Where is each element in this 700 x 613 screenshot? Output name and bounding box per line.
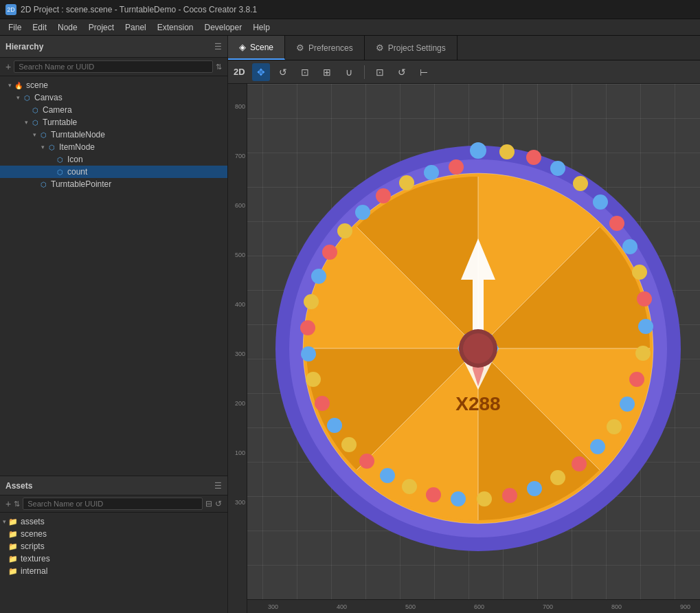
ball-l-5	[304, 294, 319, 309]
wheel-svg: X288	[272, 142, 684, 555]
canvas-area[interactable]: 800 700 600 500 400 300 200 100 300 300 …	[228, 84, 700, 613]
assets-toolbar: + ⇅ ⊟ ↺	[0, 495, 227, 513]
app-icon: 2D	[5, 4, 16, 15]
tree-item-turntablenode[interactable]: ▾ ⬡ TurntableNode	[0, 129, 227, 141]
asset-item-internal[interactable]: ▾ 📁 internal	[0, 565, 227, 577]
asset-item-scenes[interactable]: ▾ 📁 scenes	[0, 528, 227, 540]
ruler-bottom-900: 900	[680, 603, 690, 610]
ruler-mark-200: 200	[235, 400, 245, 407]
hierarchy-panel: Hierarchy ☰ + ⇅ ▾ 🔥 scene ▾ ⬡ Can	[0, 36, 227, 476]
tree-item-turntable[interactable]: ▾ ⬡ Turntable	[0, 116, 227, 129]
hierarchy-menu-icon[interactable]: ☰	[214, 42, 222, 52]
tree-item-canvas[interactable]: ▾ ⬡ Canvas	[0, 91, 227, 104]
hierarchy-header: Hierarchy ☰	[0, 36, 227, 58]
hierarchy-add-icon[interactable]: +	[5, 61, 11, 72]
preferences-tab-icon: ⚙	[296, 43, 304, 53]
menu-panel[interactable]: Panel	[120, 21, 152, 34]
assets-search-input[interactable]	[23, 498, 203, 510]
tree-item-icon[interactable]: ▾ ⬡ Icon	[0, 153, 227, 166]
assets-filter-icon[interactable]: ⊟	[205, 499, 212, 509]
assets-folder-icon: 📁	[8, 517, 18, 526]
hierarchy-tree: ▾ 🔥 scene ▾ ⬡ Canvas ▾ ⬡ Camera	[0, 76, 227, 476]
ball-bl-2	[380, 468, 395, 483]
tab-project-settings-label: Project Settings	[388, 43, 446, 53]
hierarchy-search-bar: + ⇅	[0, 58, 227, 76]
menu-help[interactable]: Help	[247, 21, 275, 34]
ball-t-1	[449, 159, 464, 175]
scene-tab-icon: ◈	[239, 42, 246, 52]
internal-folder-icon: 📁	[8, 567, 18, 576]
ruler-bottom-400: 400	[337, 603, 347, 610]
toolbar-move-btn[interactable]: ✥	[252, 63, 270, 81]
ball-r-4	[620, 397, 635, 412]
ruler-mark-400: 400	[235, 301, 245, 308]
ball-bl-1	[402, 479, 417, 494]
menu-project[interactable]: Project	[83, 21, 120, 34]
ball-bl-4	[341, 437, 357, 452]
ball-bl-5	[327, 418, 342, 433]
tree-arrow-itemnode: ▾	[38, 143, 47, 151]
assets-refresh-icon[interactable]: ↺	[215, 499, 222, 509]
ruler-mark-700: 700	[235, 153, 245, 159]
assets-add-icon[interactable]: +	[5, 498, 11, 509]
menu-developer[interactable]: Developer	[199, 21, 247, 34]
ball-r-2	[635, 346, 651, 361]
tree-item-count[interactable]: ▾ ⬡ count	[0, 166, 227, 178]
textures-folder-icon: 📁	[8, 555, 18, 564]
ball-top-2	[499, 144, 515, 159]
tab-scene[interactable]: ◈ Scene	[228, 36, 285, 60]
tab-project-settings[interactable]: ⚙ Project Settings	[365, 36, 458, 60]
assets-menu-icon[interactable]: ☰	[214, 481, 222, 491]
ball-b-5	[426, 487, 441, 502]
menu-extension[interactable]: Extension	[152, 21, 199, 34]
toolbar-align-btn[interactable]: ⊢	[415, 63, 433, 81]
ball-tl-2	[322, 245, 337, 260]
ruler-left: 800 700 600 500 400 300 200 100 300	[228, 84, 247, 613]
icon-node-icon: ⬡	[55, 155, 65, 164]
ball-tl-5	[376, 188, 391, 203]
assets-header: Assets ☰	[0, 476, 227, 495]
ball-top-5	[573, 176, 588, 191]
tree-arrow-turntablenode: ▾	[30, 131, 38, 139]
assets-title: Assets	[5, 481, 214, 491]
tree-item-itemnode[interactable]: ▾ ⬡ ItemNode	[0, 141, 227, 153]
ball-b-2	[502, 488, 517, 503]
ball-l-1	[315, 396, 330, 411]
tree-item-camera[interactable]: ▾ ⬡ Camera	[0, 104, 227, 116]
asset-item-textures[interactable]: ▾ 📁 textures	[0, 553, 227, 565]
assets-sort-icon[interactable]: ⇅	[14, 500, 20, 509]
hierarchy-sort-icon[interactable]: ⇅	[216, 63, 222, 71]
assets-panel: Assets ☰ + ⇅ ⊟ ↺ ▾ 📁 assets ▾ 📁	[0, 476, 227, 613]
ruler-bottom-600: 600	[474, 603, 484, 610]
ball-l-4	[300, 320, 315, 335]
menu-file[interactable]: File	[3, 21, 27, 34]
ruler-mark-500: 500	[235, 252, 245, 258]
left-panel: Hierarchy ☰ + ⇅ ▾ 🔥 scene ▾ ⬡ Can	[0, 36, 228, 613]
menu-node[interactable]: Node	[52, 21, 83, 34]
asset-item-scripts[interactable]: ▾ 📁 scripts	[0, 540, 227, 553]
toolbar-rect-btn[interactable]: ⊞	[318, 63, 336, 81]
asset-item-assets[interactable]: ▾ 📁 assets	[0, 515, 227, 528]
tree-arrow-scene: ▾	[5, 81, 14, 89]
hierarchy-title: Hierarchy	[5, 42, 214, 52]
ball-b-4	[451, 491, 466, 506]
toolbar-rotate-btn[interactable]: ↺	[274, 63, 292, 81]
tab-bar: ◈ Scene ⚙ Preferences ⚙ Project Settings	[228, 36, 700, 60]
tree-arrow-turntable: ▾	[22, 118, 30, 126]
menu-edit[interactable]: Edit	[27, 21, 52, 34]
assets-label-assets: assets	[21, 517, 45, 526]
ball-l-2	[306, 372, 321, 387]
hierarchy-search-input[interactable]	[14, 60, 213, 73]
toolbar-scale-btn[interactable]: ⊡	[296, 63, 314, 81]
toolbar-anchor-btn[interactable]: ⊡	[371, 63, 389, 81]
toolbar-union-btn[interactable]: ∪	[340, 63, 358, 81]
title-text: 2D Project : scene.scene - TurntableDemo…	[21, 5, 257, 14]
tab-preferences[interactable]: ⚙ Preferences	[285, 36, 365, 60]
scene-viewport: X288	[256, 98, 700, 599]
tree-item-scene[interactable]: ▾ 🔥 scene	[0, 79, 227, 91]
toolbar-pivot-btn[interactable]: ↺	[393, 63, 411, 81]
tree-item-turntablepointer[interactable]: ▾ ⬡ TurntablePointer	[0, 178, 227, 190]
ball-top-1	[470, 142, 486, 159]
turntablenode-icon: ⬡	[38, 130, 48, 140]
ruler-mark-600: 600	[235, 202, 245, 209]
